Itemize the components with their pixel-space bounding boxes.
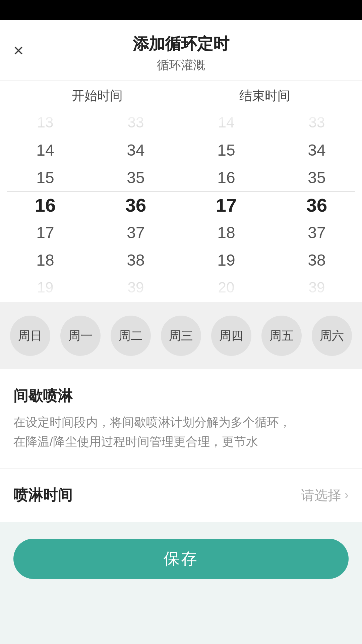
chevron-right-icon: › xyxy=(345,488,349,502)
interval-title: 间歇喷淋 xyxy=(13,386,349,406)
picker-item: 20 xyxy=(193,274,260,301)
picker-item-selected: 36 xyxy=(102,191,169,219)
save-area: 保存 xyxy=(0,522,362,644)
picker-item: 35 xyxy=(283,164,350,191)
picker-item: 33 xyxy=(283,109,350,136)
status-bar xyxy=(0,0,362,20)
picker-item: 19 xyxy=(12,274,79,301)
interval-section: 间歇喷淋 在设定时间段内，将间歇喷淋计划分解为多个循环，在降温/降尘使用过程时间… xyxy=(0,369,362,468)
spray-time-placeholder: 请选择 xyxy=(301,486,341,504)
picker-item: 18 xyxy=(12,246,79,274)
page-subtitle: 循环灌溉 xyxy=(13,57,349,73)
start-time-label: 开始时间 xyxy=(72,87,123,104)
picker-item: 13 xyxy=(12,109,79,136)
spray-time-value: 请选择 › xyxy=(301,486,349,504)
picker-container[interactable]: 13 14 15 16 17 18 19 33 34 35 36 37 38 3… xyxy=(0,108,362,302)
interval-description: 在设定时间段内，将间歇喷淋计划分解为多个循环，在降温/降尘使用过程时间管理更合理… xyxy=(13,413,349,451)
picker-item: 15 xyxy=(12,164,79,191)
close-button[interactable]: × xyxy=(13,42,23,59)
picker-item: 37 xyxy=(283,219,350,246)
day-tuesday[interactable]: 周二 xyxy=(111,316,151,356)
end-time-label: 结束时间 xyxy=(239,87,290,104)
picker-item: 39 xyxy=(102,274,169,301)
picker-item: 17 xyxy=(12,219,79,246)
day-thursday[interactable]: 周四 xyxy=(211,316,251,356)
phone-container: × 添加循环定时 循环灌溉 开始时间 结束时间 13 14 15 16 17 xyxy=(0,0,362,644)
picker-item: 37 xyxy=(102,219,169,246)
picker-item: 38 xyxy=(283,246,350,274)
end-minute-picker[interactable]: 33 34 35 36 37 38 39 xyxy=(283,109,350,301)
picker-item: 34 xyxy=(102,136,169,164)
time-picker-section: 开始时间 结束时间 13 14 15 16 17 18 19 xyxy=(0,80,362,302)
page-title: 添加循环定时 xyxy=(13,34,349,54)
picker-item-selected: 16 xyxy=(12,191,79,219)
end-time-group-label: 结束时间 xyxy=(181,87,349,104)
picker-item: 16 xyxy=(193,164,260,191)
save-button[interactable]: 保存 xyxy=(13,539,349,579)
picker-item-selected: 17 xyxy=(193,191,260,219)
start-time-group-label: 开始时间 xyxy=(13,87,181,104)
day-selector: 周日 周一 周二 周三 周四 周五 周六 xyxy=(0,302,362,369)
picker-item: 34 xyxy=(283,136,350,164)
spray-time-label: 喷淋时间 xyxy=(13,485,72,505)
spray-time-row[interactable]: 喷淋时间 请选择 › xyxy=(0,468,362,522)
picker-item-selected: 36 xyxy=(283,191,350,219)
picker-item: 19 xyxy=(193,246,260,274)
picker-item: 14 xyxy=(12,136,79,164)
picker-item: 39 xyxy=(283,274,350,301)
time-picker-labels: 开始时间 结束时间 xyxy=(0,87,362,104)
picker-item: 33 xyxy=(102,109,169,136)
day-saturday[interactable]: 周六 xyxy=(312,316,352,356)
start-hour-picker[interactable]: 13 14 15 16 17 18 19 xyxy=(12,109,79,301)
header: × 添加循环定时 循环灌溉 xyxy=(0,20,362,80)
day-friday[interactable]: 周五 xyxy=(261,316,302,356)
day-wednesday[interactable]: 周三 xyxy=(161,316,201,356)
picker-wrapper: 13 14 15 16 17 18 19 33 34 35 36 37 38 3… xyxy=(0,108,362,302)
picker-item: 35 xyxy=(102,164,169,191)
day-sunday[interactable]: 周日 xyxy=(10,316,50,356)
picker-item: 15 xyxy=(193,136,260,164)
picker-item: 18 xyxy=(193,219,260,246)
picker-item: 14 xyxy=(193,109,260,136)
picker-item: 38 xyxy=(102,246,169,274)
end-hour-picker[interactable]: 14 15 16 17 18 19 20 xyxy=(193,109,260,301)
day-monday[interactable]: 周一 xyxy=(60,316,101,356)
start-minute-picker[interactable]: 33 34 35 36 37 38 39 xyxy=(102,109,169,301)
